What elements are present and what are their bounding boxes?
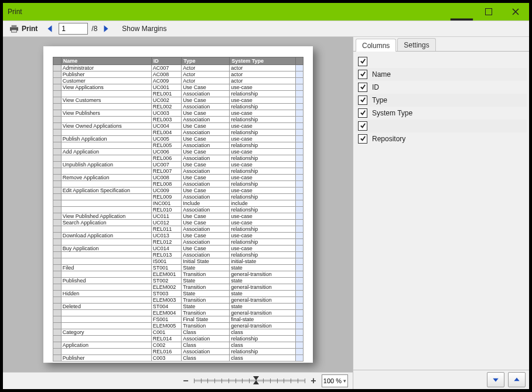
row-icon: [53, 207, 61, 213]
column-option[interactable]: System Type: [356, 107, 527, 120]
table-row: View Owned ApplicationsUC004Use Caseuse-…: [53, 123, 303, 129]
column-option[interactable]: ID: [356, 81, 527, 94]
zoom-select[interactable]: 100 % ▾: [322, 374, 348, 387]
cell-type: Association: [182, 226, 230, 233]
cell-type: Actor: [182, 65, 230, 71]
cell-name: [61, 207, 151, 213]
column-label: Name: [372, 70, 391, 79]
minimize-button[interactable]: [448, 3, 475, 21]
column-checkbox[interactable]: [358, 96, 367, 105]
table-row: Download ApplicationUC013Use Caseuse-cas…: [53, 233, 303, 239]
print-button[interactable]: Print: [5, 23, 41, 34]
row-trailing-icon: [296, 239, 303, 246]
column-option[interactable]: Repository: [356, 132, 527, 145]
row-icon: [53, 265, 61, 271]
table-row: CustomerAC009Actoractor: [53, 78, 303, 84]
table-row: FiledST001Statestate: [53, 265, 303, 271]
row-icon: [53, 175, 61, 181]
column-checkbox[interactable]: [358, 108, 367, 118]
table-row: ELEM001Transitiongeneral-transition: [53, 271, 303, 278]
show-margins-button[interactable]: Show Margins: [122, 25, 166, 33]
maximize-button[interactable]: [475, 3, 502, 21]
row-trailing-icon: [296, 194, 303, 200]
row-icon: [53, 271, 61, 278]
page-input[interactable]: [59, 23, 88, 35]
column-checkbox[interactable]: [358, 134, 367, 144]
svg-rect-3: [12, 30, 17, 32]
cell-system-type: use-case: [230, 188, 296, 194]
cell-type: Use Case: [182, 233, 230, 239]
preview-viewport[interactable]: NameIDTypeSystem Type AdministratorAC007…: [3, 37, 353, 372]
cell-id: UC008: [151, 175, 181, 181]
zoom-slider[interactable]: [194, 380, 305, 382]
table-row: REL007Associationrelationship: [53, 168, 303, 175]
cell-system-type: relationship: [230, 155, 296, 162]
column-header: [53, 57, 61, 65]
row-icon: [53, 355, 61, 362]
move-down-button[interactable]: [487, 372, 504, 387]
cell-name: Add Application: [61, 149, 151, 155]
tab-columns[interactable]: Columns: [356, 39, 396, 52]
cell-name: View Applications: [61, 84, 151, 91]
column-option[interactable]: [356, 120, 527, 132]
cell-id: UC009: [151, 188, 181, 194]
cell-type: Association: [182, 117, 230, 123]
column-checkbox[interactable]: [358, 121, 367, 131]
toolbar: Print /8 Show Margins: [3, 21, 529, 37]
cell-system-type: actor: [230, 65, 296, 71]
column-option[interactable]: Type: [356, 94, 527, 107]
table-row: PublisherC003Classclass: [53, 355, 303, 362]
cell-system-type: use-case: [230, 97, 296, 104]
zoom-out-button[interactable]: −: [181, 376, 190, 386]
close-button[interactable]: [502, 3, 529, 21]
cell-type: Use Case: [182, 110, 230, 117]
prev-page-button[interactable]: [45, 23, 55, 34]
cell-id: UC003: [151, 110, 181, 117]
column-checkbox[interactable]: [358, 70, 367, 79]
zoom-in-button[interactable]: +: [309, 376, 318, 386]
row-icon: [53, 123, 61, 129]
row-trailing-icon: [296, 252, 303, 258]
cell-id: UC013: [151, 233, 181, 239]
column-checkbox[interactable]: [358, 83, 367, 92]
cell-id: IS001: [151, 258, 181, 265]
cell-name: [61, 310, 151, 316]
cell-id: UC001: [151, 84, 181, 91]
row-trailing-icon: [296, 65, 303, 71]
cell-name: Edit Application Specification: [61, 188, 151, 194]
cell-type: State: [182, 304, 230, 310]
cell-id: UC007: [151, 162, 181, 168]
cell-system-type: relationship: [230, 168, 296, 175]
zoom-bar: − + 100 % ▾: [3, 372, 353, 389]
next-page-button[interactable]: [101, 23, 111, 34]
row-icon: [53, 258, 61, 265]
column-label: Type: [372, 96, 387, 104]
preview-table: NameIDTypeSystem Type AdministratorAC007…: [53, 57, 303, 362]
column-option[interactable]: [356, 55, 527, 68]
cell-id: REL014: [151, 336, 181, 342]
row-trailing-icon: [296, 246, 303, 252]
cell-id: REL006: [151, 155, 181, 162]
cell-name: [61, 323, 151, 329]
cell-id: REL011: [151, 226, 181, 233]
table-row: REL003Associationrelationship: [53, 117, 303, 123]
tab-settings[interactable]: Settings: [397, 38, 435, 51]
cell-system-type: class: [230, 329, 296, 336]
row-trailing-icon: [296, 142, 303, 149]
cell-type: Use Case: [182, 84, 230, 91]
cell-system-type: final-state: [230, 316, 296, 323]
row-trailing-icon: [296, 200, 303, 207]
cell-type: Use Case: [182, 149, 230, 155]
move-up-button[interactable]: [508, 372, 526, 387]
row-trailing-icon: [296, 213, 303, 220]
row-icon: [53, 239, 61, 246]
cell-type: Association: [182, 239, 230, 246]
column-option[interactable]: Name: [356, 68, 527, 81]
row-trailing-icon: [296, 278, 303, 284]
row-trailing-icon: [296, 342, 303, 349]
column-header: [296, 57, 303, 65]
cell-id: REL001: [151, 91, 181, 97]
row-icon: [53, 291, 61, 297]
column-checkbox[interactable]: [358, 57, 367, 66]
cell-name: Remove Application: [61, 175, 151, 181]
